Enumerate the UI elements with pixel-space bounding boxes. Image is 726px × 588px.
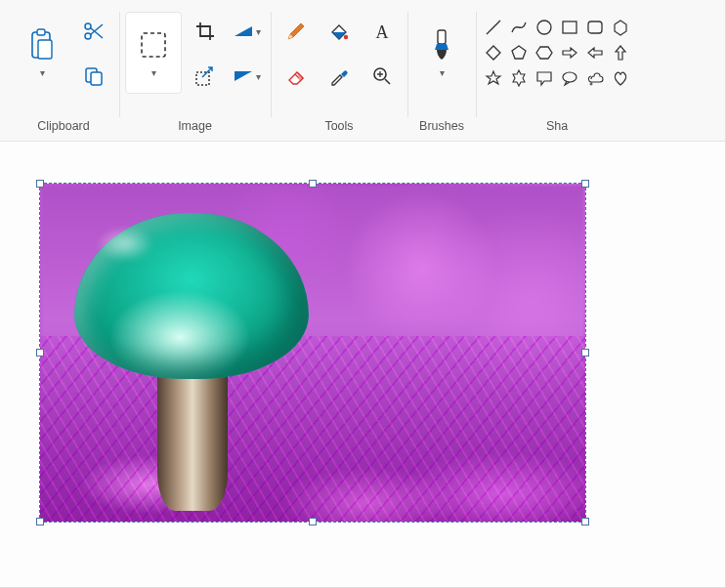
chevron-down-icon: ▾ — [440, 67, 445, 78]
eraser-tool[interactable] — [277, 57, 316, 96]
canvas-image — [40, 184, 585, 522]
eyedropper-icon — [328, 65, 350, 87]
rotate-icon — [233, 22, 254, 40]
resize-handle-br[interactable] — [581, 518, 589, 525]
cut-button[interactable] — [74, 12, 113, 51]
resize-handle-tm[interactable] — [309, 180, 317, 188]
scissors-icon — [83, 21, 105, 42]
shape-callout-oval[interactable] — [558, 66, 581, 90]
brush-icon — [429, 28, 454, 62]
svg-rect-2 — [38, 40, 52, 59]
svg-rect-16 — [563, 21, 577, 33]
resize-handle-tr[interactable] — [581, 180, 589, 188]
svg-rect-8 — [196, 72, 209, 85]
flip-icon — [233, 67, 254, 85]
resize-handle-bl[interactable] — [36, 518, 44, 525]
svg-marker-9 — [235, 26, 252, 36]
chevron-down-icon: ▾ — [256, 71, 261, 82]
eraser-icon — [285, 65, 307, 87]
pencil-icon — [285, 21, 307, 42]
group-brushes: ▾ Brushes — [407, 6, 476, 141]
text-icon: A — [371, 21, 393, 42]
svg-point-11 — [344, 35, 348, 39]
crop-icon — [194, 21, 216, 42]
shapes-gallery[interactable] — [482, 12, 632, 90]
brushes-button[interactable]: ▾ — [413, 12, 470, 94]
select-icon — [137, 28, 170, 62]
svg-point-15 — [537, 21, 551, 34]
shape-rect[interactable] — [558, 16, 581, 39]
resize-handle-tl[interactable] — [36, 180, 44, 188]
shape-arrow-right[interactable] — [558, 41, 581, 64]
svg-text:A: A — [376, 22, 389, 42]
shape-callout-rect[interactable] — [533, 66, 556, 90]
shape-star6[interactable] — [507, 66, 531, 90]
shape-arrow-left[interactable] — [583, 41, 607, 64]
magnifier-icon — [371, 65, 393, 87]
shape-curve[interactable] — [507, 16, 531, 39]
magnifier-tool[interactable] — [363, 57, 402, 96]
shape-circle[interactable] — [533, 16, 556, 39]
svg-rect-17 — [588, 21, 602, 33]
group-tools: A Tools — [271, 6, 407, 141]
shape-heart[interactable] — [609, 66, 632, 90]
fill-icon — [328, 21, 350, 42]
svg-marker-10 — [235, 71, 252, 81]
shape-line[interactable] — [482, 16, 505, 39]
shape-star5[interactable] — [482, 66, 505, 90]
shape-callout-cloud[interactable] — [583, 66, 607, 90]
svg-point-18 — [563, 72, 577, 82]
canvas-area[interactable] — [0, 142, 725, 587]
paste-icon — [27, 28, 57, 62]
group-image: ▾ — [119, 6, 271, 141]
clipboard-label: Clipboard — [14, 113, 113, 141]
svg-rect-6 — [91, 72, 102, 85]
shape-roundrect[interactable] — [583, 16, 607, 39]
flip-button[interactable]: ▾ — [229, 57, 265, 96]
fill-tool[interactable] — [320, 12, 359, 51]
image-label: Image — [125, 113, 265, 141]
copy-icon — [83, 65, 105, 87]
pencil-tool[interactable] — [277, 12, 316, 51]
svg-rect-14 — [438, 30, 446, 44]
crop-button[interactable] — [186, 12, 225, 51]
resize-handle-bm[interactable] — [309, 518, 317, 525]
svg-point-19 — [590, 83, 592, 85]
svg-rect-7 — [142, 33, 165, 57]
image-selection[interactable] — [39, 183, 586, 523]
resize-handle-mr[interactable] — [581, 349, 589, 357]
shape-diamond[interactable] — [482, 41, 505, 64]
resize-button[interactable] — [186, 57, 225, 96]
group-clipboard: ▾ — [8, 6, 119, 141]
select-button[interactable]: ▾ — [125, 12, 182, 94]
group-shapes: Sha — [476, 6, 632, 141]
text-tool[interactable]: A — [363, 12, 402, 51]
rotate-button[interactable]: ▾ — [229, 12, 265, 51]
copy-button[interactable] — [74, 57, 113, 96]
brushes-label: Brushes — [413, 113, 470, 141]
chevron-down-icon: ▾ — [151, 67, 156, 78]
shapes-label: Sha — [482, 113, 632, 141]
resize-handle-ml[interactable] — [36, 349, 44, 357]
color-picker-tool[interactable] — [320, 57, 359, 96]
shape-pentagon[interactable] — [507, 41, 531, 64]
ribbon: ▾ — [0, 0, 725, 142]
paste-button[interactable]: ▾ — [14, 12, 70, 94]
shape-arrow-up[interactable] — [609, 41, 632, 64]
resize-icon — [194, 65, 216, 87]
chevron-down-icon: ▾ — [40, 67, 45, 78]
chevron-down-icon: ▾ — [256, 26, 261, 37]
tools-label: Tools — [277, 113, 402, 141]
shape-polygon[interactable] — [609, 16, 632, 39]
svg-rect-1 — [37, 29, 45, 35]
shape-hexagon[interactable] — [533, 41, 556, 64]
